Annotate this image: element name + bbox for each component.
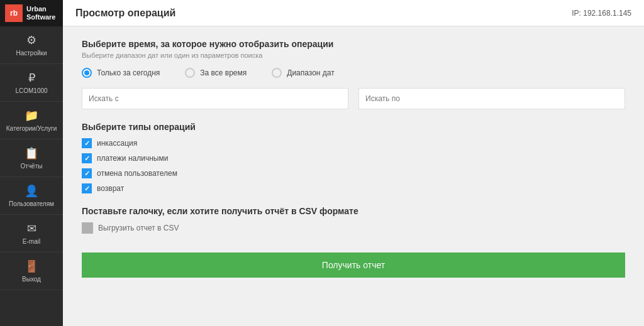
checkmark: ✓ — [84, 185, 90, 193]
radio-label-all: За все время — [200, 68, 247, 77]
reports-icon: 📋 — [25, 146, 38, 160]
checkbox-label-inkassacia: инкассация — [97, 139, 137, 148]
csv-section: Поставьте галочку, если хотите получить … — [82, 206, 625, 234]
radio-circle-range — [272, 68, 282, 78]
sidebar-label-lcom: LCOM1000 — [15, 87, 47, 94]
radio-label-today: Только за сегодня — [97, 68, 160, 77]
sidebar-label-settings: Настройки — [16, 50, 47, 57]
sidebar-label-email: E-mail — [23, 238, 40, 245]
checkbox-inkassacia[interactable]: ✓ инкассация — [82, 138, 625, 148]
sidebar-label-exit: Выход — [22, 276, 41, 283]
checkbox-box-return: ✓ — [82, 183, 92, 193]
lcom-icon: ₽ — [28, 71, 35, 85]
radio-label-range: Диапазон дат — [287, 68, 334, 77]
logo-icon: rb — [5, 4, 23, 22]
ops-section-title: Выберите типы операций — [82, 122, 625, 132]
search-row — [82, 88, 625, 109]
sidebar: rb Urban Software ⚙ Настройки ₽ LCOM1000… — [0, 0, 63, 326]
header: Просмотр операций IP: 192.168.1.145 — [63, 0, 644, 26]
checkbox-cancel[interactable]: ✓ отмена пользователем — [82, 168, 625, 178]
checkbox-cash[interactable]: ✓ платежи наличными — [82, 153, 625, 163]
checkbox-return[interactable]: ✓ возврат — [82, 183, 625, 193]
sidebar-label-categories: Категории/Услуги — [6, 125, 57, 132]
email-icon: ✉ — [27, 222, 36, 236]
checkbox-label-cash: платежи наличными — [97, 154, 168, 163]
sidebar-label-reports: Отчёты — [21, 163, 43, 170]
checkbox-box-inkassacia: ✓ — [82, 138, 92, 148]
sidebar-item-users[interactable]: 👤 Пользователям — [0, 177, 63, 215]
radio-group: Только за сегодня За все время Диапазон … — [82, 68, 625, 78]
radio-all[interactable]: За все время — [185, 68, 247, 78]
checkbox-box-cancel: ✓ — [82, 168, 92, 178]
csv-checkbox[interactable] — [82, 222, 93, 234]
main-area: Просмотр операций IP: 192.168.1.145 Выбе… — [63, 0, 644, 326]
search-to-input[interactable] — [358, 88, 625, 109]
csv-checkbox-row[interactable]: Выгрузить отчет в CSV — [82, 222, 625, 234]
radio-range[interactable]: Диапазон дат — [272, 68, 334, 78]
search-from-input[interactable] — [82, 88, 348, 109]
time-section-subtitle: Выберите диапазон дат или один из параме… — [82, 52, 625, 59]
ops-section: Выберите типы операций ✓ инкассация ✓ пл… — [82, 122, 625, 193]
sidebar-item-reports[interactable]: 📋 Отчёты — [0, 139, 63, 177]
radio-today[interactable]: Только за сегодня — [82, 68, 160, 78]
checkmark: ✓ — [84, 139, 90, 148]
settings-icon: ⚙ — [26, 33, 36, 47]
time-section-title: Выберите время, за которое нужно отобраз… — [82, 39, 625, 49]
page-title: Просмотр операций — [75, 8, 175, 19]
sidebar-label-users: Пользователям — [9, 200, 54, 207]
checkbox-box-cash: ✓ — [82, 153, 92, 163]
checkmark: ✓ — [84, 155, 90, 163]
radio-circle-today — [82, 68, 92, 78]
checkbox-label-return: возврат — [97, 184, 124, 193]
radio-circle-all — [185, 68, 195, 78]
logo-text: Urban Software — [26, 5, 55, 21]
users-icon: 👤 — [25, 184, 38, 198]
logo: rb Urban Software — [0, 0, 63, 26]
checkmark: ✓ — [84, 170, 90, 178]
exit-icon: 🚪 — [25, 259, 38, 273]
submit-button[interactable]: Получить отчет — [82, 253, 625, 278]
categories-icon: 📁 — [25, 109, 38, 122]
csv-section-title: Поставьте галочку, если хотите получить … — [82, 206, 625, 216]
sidebar-item-exit[interactable]: 🚪 Выход — [0, 253, 63, 290]
content-area: Выберите время, за которое нужно отобраз… — [63, 26, 644, 326]
checkbox-label-cancel: отмена пользователем — [97, 169, 177, 178]
sidebar-item-lcom[interactable]: ₽ LCOM1000 — [0, 64, 63, 102]
sidebar-item-categories[interactable]: 📁 Категории/Услуги — [0, 102, 63, 139]
ip-address: IP: 192.168.1.145 — [572, 9, 631, 18]
sidebar-item-email[interactable]: ✉ E-mail — [0, 215, 63, 253]
csv-label: Выгрузить отчет в CSV — [98, 224, 179, 232]
sidebar-item-settings[interactable]: ⚙ Настройки — [0, 26, 63, 64]
